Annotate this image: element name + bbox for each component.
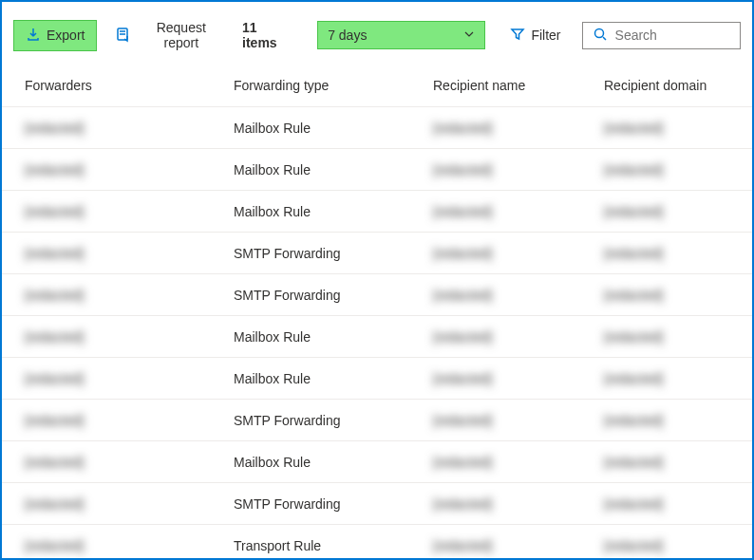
cell-forwarders: [redacted] [2, 191, 211, 233]
cell-recipient-name: [redacted] [410, 483, 581, 525]
request-report-icon [115, 26, 132, 46]
date-range-value: 7 days [328, 28, 367, 43]
table-row[interactable]: [redacted]Mailbox Rule[redacted][redacte… [2, 358, 752, 400]
cell-recipient-domain: [redacted] [581, 525, 752, 561]
cell-forwarders: [redacted] [2, 483, 211, 525]
cell-forwarding-type: SMTP Forwarding [211, 400, 410, 441]
cell-forwarders: [redacted] [2, 358, 211, 400]
cell-forwarding-type: SMTP Forwarding [211, 274, 410, 316]
cell-forwarders: [redacted] [2, 149, 211, 191]
cell-forwarders: [redacted] [2, 274, 211, 316]
cell-recipient-domain: [redacted] [581, 274, 752, 316]
cell-recipient-domain: [redacted] [581, 316, 752, 358]
request-report-button[interactable]: Request report [104, 13, 235, 57]
cell-recipient-domain: [redacted] [581, 400, 752, 441]
table-row[interactable]: [redacted]Mailbox Rule[redacted][redacte… [2, 441, 752, 483]
cell-forwarding-type: SMTP Forwarding [211, 233, 410, 274]
cell-forwarding-type: Transport Rule [211, 525, 410, 561]
table-row[interactable]: [redacted]Mailbox Rule[redacted][redacte… [2, 316, 752, 358]
results-table: Forwarders Forwarding type Recipient nam… [2, 65, 752, 560]
cell-forwarders: [redacted] [2, 316, 211, 358]
cell-recipient-domain: [redacted] [581, 441, 752, 483]
filter-button[interactable]: Filter [502, 21, 568, 50]
column-header-recipient-name[interactable]: Recipient name [410, 65, 581, 107]
cell-recipient-domain: [redacted] [581, 149, 752, 191]
cell-recipient-name: [redacted] [410, 316, 581, 358]
table-row[interactable]: [redacted]SMTP Forwarding[redacted][reda… [2, 400, 752, 441]
table-row[interactable]: [redacted]Mailbox Rule[redacted][redacte… [2, 149, 752, 191]
search-icon [593, 27, 608, 45]
cell-recipient-name: [redacted] [410, 400, 581, 441]
cell-forwarding-type: Mailbox Rule [211, 149, 410, 191]
search-input[interactable] [615, 28, 730, 43]
cell-forwarding-type: Mailbox Rule [211, 441, 410, 483]
export-button[interactable]: Export [13, 20, 97, 51]
cell-recipient-name: [redacted] [410, 191, 581, 233]
table-row[interactable]: [redacted]Mailbox Rule[redacted][redacte… [2, 107, 752, 149]
cell-forwarders: [redacted] [2, 107, 211, 149]
download-icon [26, 27, 41, 45]
cell-recipient-domain: [redacted] [581, 233, 752, 274]
cell-recipient-domain: [redacted] [581, 483, 752, 525]
cell-recipient-name: [redacted] [410, 441, 581, 483]
request-report-label: Request report [138, 20, 224, 50]
item-count: 11 items [242, 20, 294, 50]
search-box[interactable] [582, 22, 741, 49]
column-header-recipient-domain[interactable]: Recipient domain [581, 65, 752, 107]
filter-label: Filter [531, 28, 560, 43]
export-label: Export [47, 28, 85, 43]
cell-forwarders: [redacted] [2, 525, 211, 561]
cell-recipient-domain: [redacted] [581, 358, 752, 400]
cell-recipient-name: [redacted] [410, 107, 581, 149]
filter-icon [510, 27, 525, 45]
cell-recipient-name: [redacted] [410, 358, 581, 400]
svg-point-1 [594, 28, 603, 37]
cell-recipient-domain: [redacted] [581, 107, 752, 149]
cell-forwarding-type: SMTP Forwarding [211, 483, 410, 525]
toolbar: Export Request report 11 items 7 days Fi… [2, 2, 752, 65]
column-header-forwarding-type[interactable]: Forwarding type [211, 65, 410, 107]
table-row[interactable]: [redacted]SMTP Forwarding[redacted][reda… [2, 483, 752, 525]
cell-recipient-name: [redacted] [410, 274, 581, 316]
table-row[interactable]: [redacted]Transport Rule[redacted][redac… [2, 525, 752, 561]
date-range-dropdown[interactable]: 7 days [317, 21, 485, 49]
report-frame: Export Request report 11 items 7 days Fi… [0, 0, 754, 560]
cell-recipient-domain: [redacted] [581, 191, 752, 233]
chevron-down-icon [463, 28, 475, 43]
table-row[interactable]: [redacted]SMTP Forwarding[redacted][reda… [2, 233, 752, 274]
cell-forwarding-type: Mailbox Rule [211, 107, 410, 149]
table-header-row: Forwarders Forwarding type Recipient nam… [2, 65, 752, 107]
cell-forwarding-type: Mailbox Rule [211, 316, 410, 358]
cell-recipient-name: [redacted] [410, 525, 581, 561]
cell-forwarding-type: Mailbox Rule [211, 191, 410, 233]
cell-recipient-name: [redacted] [410, 149, 581, 191]
column-header-forwarders[interactable]: Forwarders [2, 65, 211, 107]
cell-forwarders: [redacted] [2, 233, 211, 274]
table-row[interactable]: [redacted]SMTP Forwarding[redacted][reda… [2, 274, 752, 316]
table-row[interactable]: [redacted]Mailbox Rule[redacted][redacte… [2, 191, 752, 233]
cell-forwarders: [redacted] [2, 441, 211, 483]
cell-forwarding-type: Mailbox Rule [211, 358, 410, 400]
cell-recipient-name: [redacted] [410, 233, 581, 274]
cell-forwarders: [redacted] [2, 400, 211, 441]
